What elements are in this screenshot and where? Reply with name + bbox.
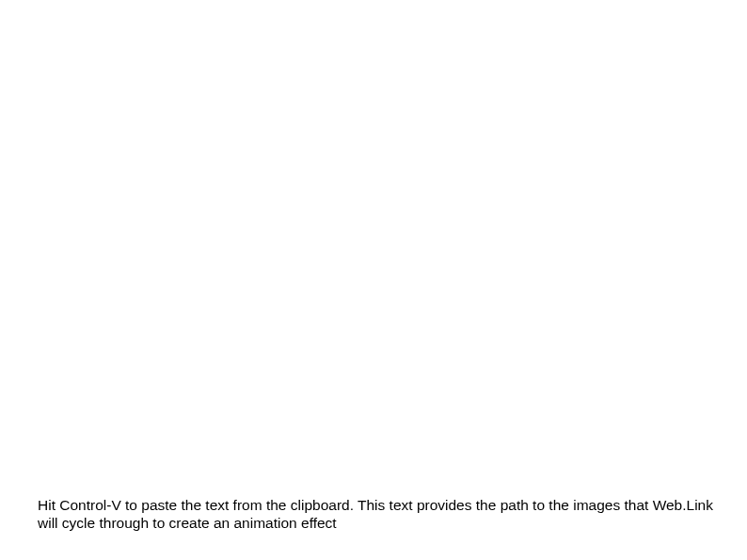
instruction-text: Hit Control-V to paste the text from the… (38, 497, 715, 532)
